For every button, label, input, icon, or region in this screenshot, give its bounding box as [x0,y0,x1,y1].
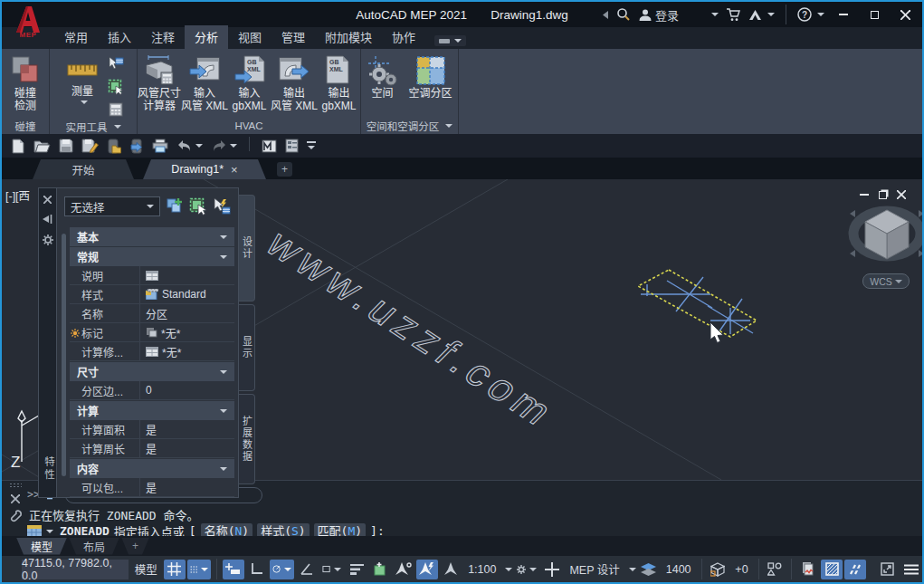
minimize-button[interactable] [832,5,855,24]
sheet-set-manager-button[interactable] [285,139,299,153]
palette-scrollbar[interactable] [62,234,66,476]
panel-footer-utilities[interactable]: 实用工具 [50,120,137,134]
file-tab-start[interactable]: 开始 [33,159,134,179]
coordinates-display[interactable]: 47115.0, 77982.0, 0.0 [22,560,129,579]
pickadd-toggle-icon[interactable] [166,197,184,215]
search-icon[interactable] [616,7,631,22]
redo-button[interactable] [211,139,237,152]
app-logo[interactable]: MEP [9,5,47,46]
export-duct-xml-button[interactable]: 输出 风管 XML [271,53,318,112]
open-from-web-mobile-button[interactable] [107,139,121,154]
clash-detect-button[interactable]: 碰撞 检测 [2,53,49,112]
autodesk-app-icon[interactable] [748,9,775,21]
section-content[interactable]: 内容 [70,459,234,478]
elevation-button[interactable] [638,560,660,579]
replace-z-value[interactable]: +0 [730,563,752,576]
model-tab[interactable]: 模型 [16,538,67,555]
tab-analyze[interactable]: 分析 [185,25,228,49]
duct-size-calculator-button[interactable]: 风管尺寸 计算器 [138,53,181,112]
prop-row-name[interactable]: 名称 分区 [70,304,234,323]
lineweight-toggle[interactable] [346,560,367,579]
polar-tracking-toggle[interactable] [270,560,294,579]
isometric-drafting-toggle[interactable] [296,560,318,579]
object-snap-tracking-toggle[interactable] [319,560,344,579]
app-store-cart-icon[interactable] [726,8,741,22]
replace-z-button[interactable] [707,560,729,579]
section-basic[interactable]: 基本 [70,227,234,246]
prop-row-can-contain[interactable]: 可以包... 是 [70,478,234,497]
calculator-button[interactable] [106,100,126,120]
osnap-caret-icon[interactable] [334,568,341,575]
quick-select-button[interactable] [106,54,126,74]
layout-viewports-button[interactable] [262,139,277,153]
polar-caret-icon[interactable] [284,568,291,575]
undo-caret-icon[interactable] [195,144,203,151]
prop-row-tag[interactable]: 标记 *无* [70,323,234,342]
vp-minimize-icon[interactable] [860,194,869,196]
annotation-autoscale-toggle[interactable] [416,560,438,579]
viewport-controls-label[interactable]: [-][西 [5,187,30,204]
dynamic-input-toggle[interactable] [223,560,244,579]
isolate-objects-button[interactable] [821,560,843,579]
hvac-zone-button[interactable]: 空调分区 [405,53,457,100]
file-tab-close-icon[interactable]: × [231,163,238,177]
crosshair-size-button[interactable] [541,560,563,579]
open-button[interactable] [33,139,51,153]
workspace-switcher[interactable]: MEP 设计 [565,560,624,578]
import-gbxml-button[interactable]: GB XML 输入 gbXML [228,53,271,112]
graphics-performance-button[interactable] [797,560,819,579]
prop-row-description[interactable]: 说明 [70,266,234,285]
command-drag-grip[interactable] [9,483,22,488]
tab-home[interactable]: 常用 [54,25,98,49]
workspace-caret-icon[interactable] [629,568,636,575]
qat-customize-button[interactable] [307,141,316,151]
sign-in-button[interactable]: 登录 [638,6,679,24]
save-button[interactable] [59,139,73,153]
viewcube[interactable] [843,197,922,275]
palette-close-icon[interactable] [43,196,52,204]
ortho-mode-toggle[interactable] [246,560,268,579]
selection-dropdown[interactable]: 无选择 [64,196,160,216]
snap-mode-toggle[interactable] [187,560,211,579]
undo-button[interactable] [176,139,203,152]
import-duct-xml-button[interactable]: 输入 风管 XML [181,53,228,112]
help-icon[interactable]: ? [797,7,824,22]
redo-caret-icon[interactable] [230,144,237,151]
save-to-web-mobile-button[interactable] [129,139,144,154]
measure-button[interactable]: 测量 [61,53,104,106]
units-button[interactable] [764,560,786,579]
layout1-tab[interactable]: 布局 [69,538,119,555]
snap-caret-icon[interactable] [201,568,208,575]
grid-display-toggle[interactable] [164,560,186,579]
palette-tab-extended-data[interactable]: 扩展数据 [239,394,255,484]
palette-title-strip[interactable]: 特性 [38,187,56,498]
annotation-scale-icon-button[interactable] [440,560,462,579]
fullscreen-button[interactable] [877,560,899,579]
quick-properties-icon[interactable] [213,197,231,215]
maximize-button[interactable] [862,5,886,24]
annotation-scale-value[interactable]: 1:100 [463,563,500,576]
section-calculation[interactable]: 计算 [70,401,234,420]
prop-row-calc-modifier[interactable]: 计算修... *无* [70,342,234,361]
sign-in-caret-icon[interactable] [711,13,719,20]
panel-footer-spaces-zones[interactable]: 空间和空调分区 [361,118,458,134]
save-as-button[interactable] [81,139,99,153]
select-similar-button[interactable] [106,77,126,97]
space-button[interactable]: 空间 [363,53,403,100]
export-gbxml-button[interactable]: GB XML 输出 gbXML [318,53,360,112]
customization-menu-button[interactable] [900,560,922,579]
new-file-tab-button[interactable]: + [277,162,292,177]
elevation-value[interactable]: 1400 [662,563,696,576]
tab-addins[interactable]: 附加模块 [315,25,382,49]
plot-button[interactable] [152,139,168,153]
new-drawing-button[interactable] [11,139,25,154]
palette-autohide-icon[interactable] [43,215,52,224]
palette-settings-icon[interactable] [43,235,53,245]
tab-manage[interactable]: 管理 [271,25,315,49]
gear-caret-icon[interactable] [529,568,537,575]
annotation-visibility-toggle[interactable] [393,560,414,579]
prop-row-zone-boundary[interactable]: 分区边... 0 [70,381,234,400]
tab-collaborate[interactable]: 协作 [382,25,425,49]
search-collapse-icon[interactable] [603,11,609,19]
prop-row-calc-perimeter[interactable]: 计算周长 是 [70,439,234,458]
